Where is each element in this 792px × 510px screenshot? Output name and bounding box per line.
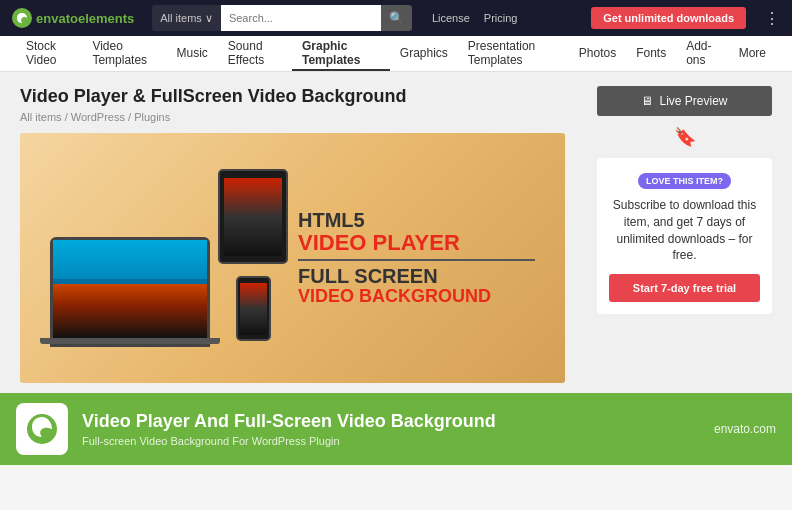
html5-label: HTML5 <box>298 209 365 231</box>
top-navigation: envatoelements All items ∨ 🔍 License Pri… <box>0 0 792 36</box>
cat-nav-fonts[interactable]: Fonts <box>626 36 676 71</box>
envato-leaf-svg <box>26 413 58 445</box>
device-mockup-area <box>50 169 288 347</box>
cat-nav-more[interactable]: More <box>729 36 776 71</box>
right-section: 🖥 Live Preview 🔖 LOVE THIS ITEM? Subscri… <box>597 86 772 383</box>
left-section: Video Player & FullScreen Video Backgrou… <box>20 86 581 383</box>
full-screen-label: FULL SCREEN <box>298 265 438 287</box>
breadcrumb-plugins: Plugins <box>134 111 170 123</box>
search-input[interactable] <box>221 5 381 31</box>
product-preview-image: HTML5 VIDEO PLAYER FULL SCREEN VIDEO BAC… <box>20 133 565 383</box>
laptop-screen <box>53 240 207 338</box>
product-title: Video Player & FullScreen Video Backgrou… <box>20 86 581 107</box>
cat-nav-graphics[interactable]: Graphics <box>390 36 458 71</box>
bookmark-icon[interactable]: 🔖 <box>597 126 772 148</box>
bottom-product-subtitle: Full-screen Video Background For WordPre… <box>82 435 700 447</box>
subscribe-text: Subscribe to download this item, and get… <box>609 197 760 264</box>
bottom-source: envato.com <box>714 422 776 436</box>
all-items-button[interactable]: All items ∨ <box>152 5 221 31</box>
tablet-mockup <box>218 169 288 264</box>
preview-text-area: HTML5 VIDEO PLAYER FULL SCREEN VIDEO BAC… <box>288 209 535 307</box>
breadcrumb-all-items[interactable]: All items <box>20 111 62 123</box>
love-badge: LOVE THIS ITEM? <box>638 173 731 189</box>
divider <box>298 259 535 261</box>
search-button[interactable]: 🔍 <box>381 5 412 31</box>
cat-nav-video-templates[interactable]: Video Templates <box>82 36 166 71</box>
cat-nav-graphic-templates[interactable]: Graphic Templates <box>292 36 390 71</box>
nav-links: License Pricing <box>432 12 518 24</box>
live-preview-button[interactable]: 🖥 Live Preview <box>597 86 772 116</box>
subscribe-card: LOVE THIS ITEM? Subscribe to download th… <box>597 158 772 314</box>
logo[interactable]: envatoelements <box>12 8 134 28</box>
more-options-icon[interactable]: ⋮ <box>764 9 780 28</box>
video-player-label: VIDEO PLAYER <box>298 231 460 255</box>
bottom-logo-icon <box>16 403 68 455</box>
phone-mockup <box>236 276 271 341</box>
breadcrumb-wordpress[interactable]: WordPress <box>71 111 125 123</box>
cat-nav-presentation-templates[interactable]: Presentation Templates <box>458 36 569 71</box>
license-link[interactable]: License <box>432 12 470 24</box>
logo-text: envatoelements <box>36 11 134 26</box>
pricing-link[interactable]: Pricing <box>484 12 518 24</box>
main-content: Video Player & FullScreen Video Backgrou… <box>0 72 792 393</box>
cat-nav-stock-video[interactable]: Stock Video <box>16 36 82 71</box>
bottom-title-area: Video Player And Full-Screen Video Backg… <box>82 411 700 447</box>
laptop-mockup <box>50 237 210 347</box>
video-background-label: VIDEO BACKGROUND <box>298 287 491 307</box>
search-icon: 🔍 <box>389 11 404 25</box>
search-container: All items ∨ 🔍 <box>152 5 412 31</box>
cat-nav-music[interactable]: Music <box>167 36 218 71</box>
start-trial-button[interactable]: Start 7-day free trial <box>609 274 760 302</box>
breadcrumb: All items / WordPress / Plugins <box>20 111 581 123</box>
cat-nav-sound-effects[interactable]: Sound Effects <box>218 36 292 71</box>
category-navigation: Stock Video Video Templates Music Sound … <box>0 36 792 72</box>
cat-nav-add-ons[interactable]: Add-ons <box>676 36 728 71</box>
envato-logo-icon <box>12 8 32 28</box>
cat-nav-photos[interactable]: Photos <box>569 36 626 71</box>
monitor-icon: 🖥 <box>641 94 653 108</box>
laptop-base <box>40 338 220 344</box>
bottom-product-title: Video Player And Full-Screen Video Backg… <box>82 411 700 433</box>
bottom-bar: Video Player And Full-Screen Video Backg… <box>0 393 792 465</box>
get-unlimited-button[interactable]: Get unlimited downloads <box>591 7 746 29</box>
